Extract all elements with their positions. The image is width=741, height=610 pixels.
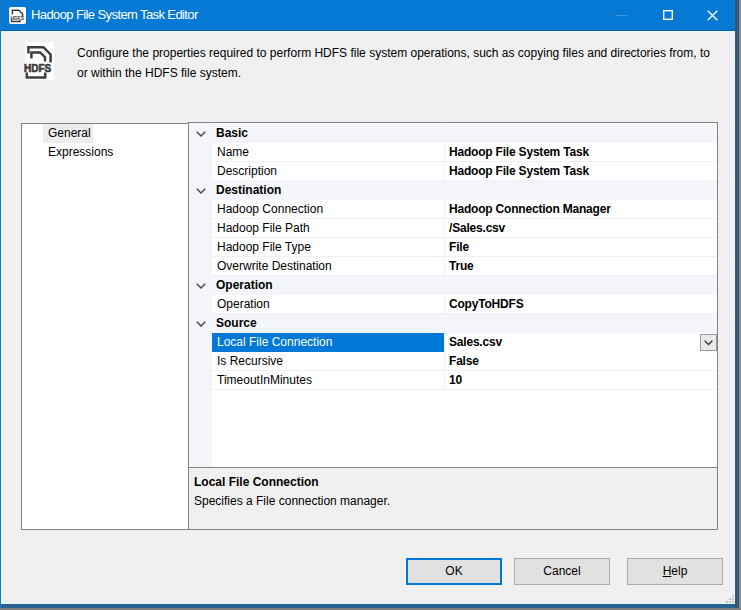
svg-text:HDFS: HDFS — [24, 62, 51, 74]
svg-text:HDFS: HDFS — [10, 15, 24, 21]
